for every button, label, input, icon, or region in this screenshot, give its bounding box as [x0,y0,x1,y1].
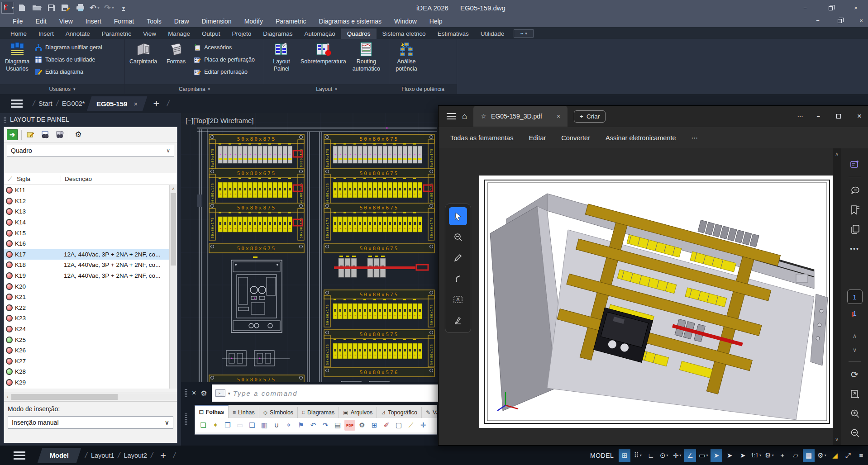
command-bar-grip[interactable] [185,389,187,398]
cursor-sketch-icon[interactable]: ➤ [724,449,735,462]
doc-tab-close-icon[interactable]: × [134,100,138,108]
ribbon-button-acess-rios[interactable]: Acessórios [193,43,255,52]
ribbon-button-formas[interactable]: Formas [162,41,191,66]
menu-draw[interactable]: Draw [168,15,196,27]
table-row[interactable]: K14 [4,217,177,228]
tools-icon[interactable]: ✐ [381,420,392,431]
menu-format[interactable]: Format [108,15,140,27]
table-row[interactable]: K12 [4,196,177,207]
menu-diagramas-e-sistemas[interactable]: Diagramas e sistemas [313,15,388,27]
refresh-icon[interactable]: ⟳ [847,367,863,382]
esnap-icon[interactable]: ✛▾ [671,449,683,462]
sheet-tab-diagramas[interactable]: ⌗Diagramas [298,407,339,418]
pdf-close-button[interactable]: × [857,112,862,121]
current-page-box[interactable]: 1 [847,289,863,304]
table-row[interactable]: K13 [4,206,177,217]
more-icon[interactable]: ••• [847,241,863,256]
viewport-controls-label[interactable]: [−][Top][2D Wireframe] [186,117,253,124]
scale-icon[interactable]: 1:1▾ [750,449,762,462]
new-file-icon[interactable] [17,3,27,12]
command-settings-icon[interactable]: ⚙ [200,389,207,398]
ribbon-button-layout-painel[interactable]: Layout Painel [267,41,296,73]
ribbon-tab-utilidade[interactable]: Utilidade [475,28,510,39]
sort-icon[interactable]: ⟋ [4,176,16,183]
copy-sheet-icon[interactable]: ❑ [247,420,258,431]
new-layout-button[interactable]: + [160,450,166,461]
sheet-tab-topogr-fico[interactable]: ⊿Topográfico [377,407,422,418]
redo-sheet-icon[interactable]: ↷ [320,420,331,431]
ribbon-button-edita-diagrama[interactable]: Edita diagrama [34,67,102,77]
menu-window[interactable]: Window [388,15,423,27]
layout-tab-layout1[interactable]: Layout1 [91,452,114,459]
sheet-tab-folhas[interactable]: ⧠Folhas [195,405,229,418]
pdf-minimize-button[interactable]: − [816,113,820,120]
table-row[interactable]: K20 [4,281,177,292]
layout-tab-layout2[interactable]: Layout2 [124,452,148,459]
ribbon-button-diagrama-usuarios[interactable]: Diagrama Usuarios [3,41,32,73]
cursor-alt-icon[interactable]: ➤ [737,449,749,462]
table-vertical-scrollbar[interactable]: ∧ [169,185,177,389]
print-icon[interactable] [75,3,85,12]
menu-file[interactable]: File [6,15,29,27]
insertion-mode-dropdown[interactable]: Inserção manual∨ [8,416,173,429]
ribbon-tab-diagramas[interactable]: Diagramas [257,28,298,39]
ribbon-tab-manage[interactable]: Manage [162,28,196,39]
gear-icon[interactable]: ⚙ [73,130,84,140]
ribbon-tab-view[interactable]: View [137,28,162,39]
scroll-down-icon[interactable]: ∨ [833,437,841,442]
pdf-document-tab[interactable]: ☆ EG05-159_3D.pdf × [473,106,568,127]
properties-icon[interactable]: ▥ [259,420,270,431]
layout-tab-model[interactable]: Model [37,448,81,463]
menu-tools[interactable]: Tools [140,15,168,27]
frame-icon[interactable]: ▢ [393,420,404,431]
table-row[interactable]: K15 [4,228,177,238]
export-icon[interactable] [847,387,863,402]
settings-gear-icon[interactable]: ⚙▾ [763,449,775,462]
table-row[interactable]: K28 [4,366,177,377]
doc-tab-active[interactable]: EG05-159× [87,96,148,111]
chevron-down-icon[interactable]: ▾ [208,87,210,91]
minimize-button[interactable]: − [800,4,810,12]
scroll-left-icon[interactable]: ‹ [4,394,11,399]
pdf-maximize-button[interactable] [834,112,844,120]
quadro-dropdown[interactable]: Quadro∨ [7,145,174,157]
table-row[interactable]: K21 [4,292,177,303]
ribbon-tab-quadros[interactable]: Quadros [341,28,377,39]
menu-parametric[interactable]: Parametric [269,15,313,27]
ucs-icon[interactable]: ◢ [829,449,841,462]
select-tool[interactable] [449,207,467,225]
sheets-grip[interactable] [185,413,187,425]
new-sheets-icon[interactable]: ❏ [198,420,209,431]
app-logo[interactable]: ▾ [3,3,13,12]
ribbon-tab-parametric[interactable]: Parametric [96,28,137,39]
ribbon-tab-automa-o[interactable]: Automação [299,28,341,39]
menu-dimension[interactable]: Dimension [196,15,238,27]
open-file-icon[interactable] [32,3,42,12]
ribbon-button-diagrama-unifilar-geral[interactable]: Diagrama unifilar geral [34,43,102,52]
star-icon[interactable]: ☆ [481,113,486,120]
ribbon-button-placa-de-perfura-o[interactable]: Placa de perfuração [193,55,255,65]
polar-icon[interactable]: ⊙▾ [658,449,670,462]
menu-view[interactable]: View [53,15,79,27]
sheet-tab-s-mbolos[interactable]: ◇Símbolos [259,407,298,418]
save-sheets-icon[interactable]: ❐ [222,420,233,431]
toolbar-overflow-icon[interactable]: ▾ [119,3,129,12]
table-row[interactable]: K24 [4,324,177,335]
sheet-tab-arquivos[interactable]: ▣Arquivos [339,407,377,418]
ribbon-tab-estimativas[interactable]: Estimativas [432,28,475,39]
menu-modify[interactable]: Modify [238,15,269,27]
new-doc-tab-button[interactable]: + [153,97,160,110]
draw-curve-tool[interactable] [449,270,467,288]
zoom-in-icon[interactable] [847,406,863,421]
next-page-icon[interactable]: ∨ [853,346,857,353]
layout-menu-icon[interactable] [14,451,25,460]
edit-item-icon[interactable] [25,130,36,140]
doc-minimize-button[interactable]: − [813,16,823,24]
doc-close-button[interactable]: × [856,16,866,24]
undo-sheet-icon[interactable]: ↶ [308,420,319,431]
add-text-tool[interactable]: A [449,290,467,308]
comments-icon[interactable] [847,183,863,198]
ribbon-tab-home[interactable]: Home [5,28,33,39]
maximize-button[interactable] [825,4,835,12]
column-header-descricao[interactable]: Descrição [61,176,177,182]
